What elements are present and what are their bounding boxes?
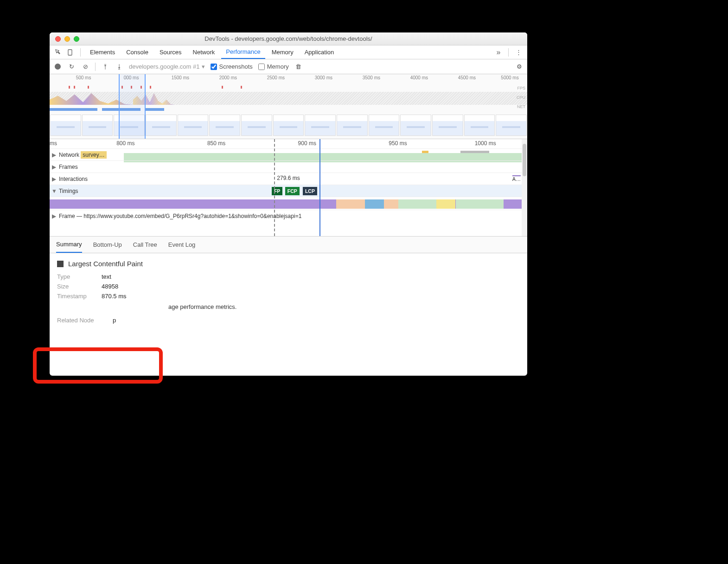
track-frame[interactable]: ▶ Frame — https://www.youtube.com/embed/… [50,210,527,222]
upload-icon[interactable]: ⭱ [101,63,109,71]
btab-summary[interactable]: Summary [56,237,82,253]
summary-extra-text: age performance metrics. [57,303,520,310]
tick: 500 ms [76,75,91,80]
kebab-icon[interactable]: ⋮ [513,47,524,58]
label-type: Type [57,273,97,280]
overview-selection[interactable] [119,74,146,139]
tick: 1500 ms [172,75,189,80]
titlebar: DevTools - developers.google.com/web/too… [50,32,527,45]
window-title: DevTools - developers.google.com/web/too… [50,35,527,42]
overview-pane[interactable]: 500 ms 000 ms 1500 ms 2000 ms 2500 ms 30… [50,74,527,139]
inspect-icon[interactable] [53,47,64,58]
tab-memory[interactable]: Memory [267,45,298,59]
tab-application[interactable]: Application [300,45,339,59]
memory-checkbox[interactable]: Memory [258,63,289,70]
separator [95,63,96,71]
panel-tabs: Elements Console Sources Network Perform… [50,45,527,59]
detail-ruler: ms 800 ms 850 ms 900 ms 950 ms 1000 ms [50,139,527,148]
track-label: Frame — https://www.youtube.com/embed/G_… [59,213,301,219]
track-label: Timings [59,188,78,194]
overflow-icon[interactable]: » [493,47,504,58]
expand-icon[interactable]: ▶ [51,164,56,170]
perf-toolbar: ↻ ⊘ ⭱ ⭳ developers.google.com #1 ▾ Scree… [50,59,527,74]
recording-name: developers.google.com #1 [129,63,200,70]
separator [80,48,81,57]
tick: 850 ms [207,140,225,147]
screenshots-checkbox[interactable]: Screenshots [211,63,253,70]
tick: 900 ms [298,140,316,147]
tab-network[interactable]: Network [188,45,220,59]
value-timestamp: 870.5 ms [102,293,126,300]
timing-fp[interactable]: FP [272,187,282,195]
expand-icon[interactable]: ▶ [51,152,56,158]
tab-sources[interactable]: Sources [155,45,186,59]
summary-title-row: Largest Contentful Paint [57,260,520,268]
btab-eventlog[interactable]: Event Log [168,241,196,248]
memory-label: Memory [267,63,289,70]
tick: 800 ms [116,140,134,147]
chevron-down-icon: ▾ [202,63,205,70]
gear-icon[interactable]: ⚙ [515,63,524,71]
value-related-node[interactable]: p [113,317,116,324]
reload-icon[interactable]: ↻ [67,63,76,71]
expand-icon[interactable]: ▶ [51,213,56,219]
value-size: 48958 [102,283,118,290]
tick: 4500 ms [458,75,476,80]
network-item: survey… [81,151,106,159]
tick: 4000 ms [410,75,428,80]
expand-icon[interactable]: ▶ [51,176,56,182]
record-button[interactable] [53,63,62,71]
track-label: Network [59,152,79,158]
range-start-line [274,139,275,236]
label-related-node: Related Node [57,317,108,324]
label-size: Size [57,283,97,290]
tick: 5000 ms [501,75,518,80]
svg-rect-0 [68,50,72,55]
timing-lcp[interactable]: LCP [303,187,317,195]
track-timings[interactable]: ▼ Timings FP FCP LCP [50,185,527,197]
clear-icon[interactable]: ⊘ [81,63,89,71]
track-label: Frames [59,164,78,170]
tick: ms [50,140,57,147]
main-flame [50,199,527,209]
tab-elements[interactable]: Elements [85,45,120,59]
devtools-window: DevTools - developers.google.com/web/too… [50,32,527,376]
scrollbar[interactable] [522,139,527,236]
interaction-item: A… [512,175,521,182]
tick: 2500 ms [267,75,285,80]
track-frames[interactable]: ▶ Frames 279.6 ms [50,160,527,173]
annotation-highlight-box [33,347,163,384]
track-label: Interactions [59,176,88,182]
timing-fcp[interactable]: FCP [285,187,300,195]
overview-lane-labels: FPSCPUNET [517,83,525,111]
playhead-line[interactable] [319,139,320,236]
value-type: text [102,273,111,280]
tick: 3000 ms [315,75,332,80]
summary-title: Largest Contentful Paint [68,260,143,268]
device-icon[interactable] [65,47,76,58]
track-interactions[interactable]: ▶ Interactions A… [50,173,527,185]
screenshots-label: Screenshots [219,63,253,70]
tick: 1000 ms [475,140,496,147]
label-timestamp: Timestamp [57,293,97,300]
trash-icon[interactable]: 🗑 [294,63,303,71]
tick: 950 ms [389,140,407,147]
tick: 3500 ms [363,75,380,80]
btab-bottomup[interactable]: Bottom-Up [93,241,122,248]
event-color-icon [57,261,64,267]
download-icon[interactable]: ⭳ [115,63,123,71]
tab-console[interactable]: Console [121,45,153,59]
collapse-icon[interactable]: ▼ [51,188,56,194]
separator [508,48,509,57]
btab-calltree[interactable]: Call Tree [133,241,157,248]
tick: 2000 ms [219,75,237,80]
flamechart-pane[interactable]: ms 800 ms 850 ms 900 ms 950 ms 1000 ms ▶… [50,139,527,237]
bottom-tabs: Summary Bottom-Up Call Tree Event Log [50,237,527,253]
tab-performance[interactable]: Performance [221,45,265,59]
summary-panel: Largest Contentful Paint Typetext Size48… [50,253,527,333]
recording-dropdown[interactable]: developers.google.com #1 ▾ [129,63,205,70]
